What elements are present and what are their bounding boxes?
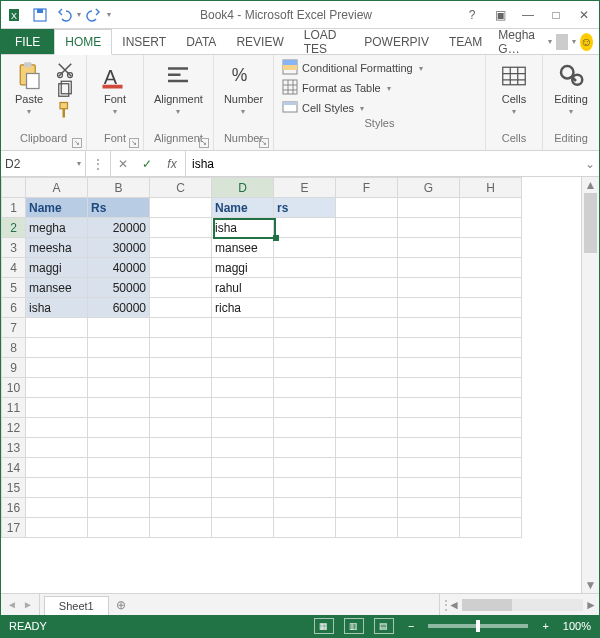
- excel-app-icon[interactable]: X: [5, 4, 27, 26]
- cell-E2[interactable]: [274, 218, 336, 238]
- cell-F13[interactable]: [336, 438, 398, 458]
- zoom-in-icon[interactable]: +: [538, 620, 552, 632]
- vscroll-thumb[interactable]: [584, 193, 597, 253]
- cell-C12[interactable]: [150, 418, 212, 438]
- cell-D3[interactable]: mansee: [212, 238, 274, 258]
- cell-F6[interactable]: [336, 298, 398, 318]
- cell-E4[interactable]: [274, 258, 336, 278]
- font-button[interactable]: A Font ▾: [93, 59, 137, 118]
- account-area[interactable]: Megha G… ▾ ▾ ☺: [492, 29, 599, 54]
- cell-D4[interactable]: maggi: [212, 258, 274, 278]
- cell-G10[interactable]: [398, 378, 460, 398]
- cell-B11[interactable]: [88, 398, 150, 418]
- col-header-E[interactable]: E: [274, 178, 336, 198]
- row-header-14[interactable]: 14: [2, 458, 26, 478]
- cell-C15[interactable]: [150, 478, 212, 498]
- row-header-6[interactable]: 6: [2, 298, 26, 318]
- cell-C8[interactable]: [150, 338, 212, 358]
- cell-C13[interactable]: [150, 438, 212, 458]
- cell-C10[interactable]: [150, 378, 212, 398]
- cell-B12[interactable]: [88, 418, 150, 438]
- view-page-layout-icon[interactable]: ▥: [344, 618, 364, 634]
- hscroll-thumb[interactable]: [462, 599, 512, 611]
- scroll-up-icon[interactable]: ▲: [582, 177, 599, 193]
- cell-G1[interactable]: [398, 198, 460, 218]
- cell-C1[interactable]: [150, 198, 212, 218]
- cell-C16[interactable]: [150, 498, 212, 518]
- cell-G11[interactable]: [398, 398, 460, 418]
- cell-E5[interactable]: [274, 278, 336, 298]
- scroll-right-icon[interactable]: ►: [583, 598, 599, 612]
- cell-B3[interactable]: 30000: [88, 238, 150, 258]
- tab-powerpiv[interactable]: POWERPIV: [354, 29, 439, 54]
- cell-F3[interactable]: [336, 238, 398, 258]
- cell-A17[interactable]: [26, 518, 88, 538]
- cell-F11[interactable]: [336, 398, 398, 418]
- cell-A9[interactable]: [26, 358, 88, 378]
- zoom-out-icon[interactable]: −: [404, 620, 418, 632]
- minimize-icon[interactable]: —: [517, 4, 539, 26]
- cell-E9[interactable]: [274, 358, 336, 378]
- conditional-formatting-button[interactable]: Conditional Formatting▾: [282, 59, 477, 77]
- cell-A6[interactable]: isha: [26, 298, 88, 318]
- row-header-9[interactable]: 9: [2, 358, 26, 378]
- sheet-tab-1[interactable]: Sheet1: [44, 596, 109, 615]
- cell-F16[interactable]: [336, 498, 398, 518]
- tab-data[interactable]: DATA: [176, 29, 226, 54]
- cell-A1[interactable]: Name: [26, 198, 88, 218]
- cell-G8[interactable]: [398, 338, 460, 358]
- cell-F2[interactable]: [336, 218, 398, 238]
- scroll-left-icon[interactable]: ◄: [446, 598, 462, 612]
- cell-B2[interactable]: 20000: [88, 218, 150, 238]
- cell-D6[interactable]: richa: [212, 298, 274, 318]
- cell-G6[interactable]: [398, 298, 460, 318]
- cell-D11[interactable]: [212, 398, 274, 418]
- cell-D1[interactable]: Name: [212, 198, 274, 218]
- row-header-4[interactable]: 4: [2, 258, 26, 278]
- cell-E11[interactable]: [274, 398, 336, 418]
- help-icon[interactable]: ?: [461, 4, 483, 26]
- cell-A13[interactable]: [26, 438, 88, 458]
- cell-H7[interactable]: [460, 318, 522, 338]
- cell-F4[interactable]: [336, 258, 398, 278]
- enter-edit-icon[interactable]: ✓: [135, 151, 159, 176]
- cell-G7[interactable]: [398, 318, 460, 338]
- redo-icon[interactable]: [83, 4, 105, 26]
- cell-G9[interactable]: [398, 358, 460, 378]
- cell-F7[interactable]: [336, 318, 398, 338]
- format-painter-icon[interactable]: [55, 101, 75, 119]
- cell-D2[interactable]: isha: [212, 218, 274, 238]
- cell-F10[interactable]: [336, 378, 398, 398]
- cut-icon[interactable]: [55, 61, 75, 79]
- cell-A4[interactable]: maggi: [26, 258, 88, 278]
- cell-D12[interactable]: [212, 418, 274, 438]
- cell-C11[interactable]: [150, 398, 212, 418]
- cell-B1[interactable]: Rs: [88, 198, 150, 218]
- col-header-A[interactable]: A: [26, 178, 88, 198]
- col-header-D[interactable]: D: [212, 178, 274, 198]
- cell-F5[interactable]: [336, 278, 398, 298]
- name-box-input[interactable]: [5, 157, 75, 171]
- cell-E6[interactable]: [274, 298, 336, 318]
- cell-H11[interactable]: [460, 398, 522, 418]
- feedback-smiley-icon[interactable]: ☺: [580, 33, 593, 51]
- row-header-8[interactable]: 8: [2, 338, 26, 358]
- col-header-C[interactable]: C: [150, 178, 212, 198]
- cell-E8[interactable]: [274, 338, 336, 358]
- cell-E1[interactable]: rs: [274, 198, 336, 218]
- undo-icon[interactable]: [53, 4, 75, 26]
- cell-G4[interactable]: [398, 258, 460, 278]
- row-header-12[interactable]: 12: [2, 418, 26, 438]
- cell-E7[interactable]: [274, 318, 336, 338]
- cell-D7[interactable]: [212, 318, 274, 338]
- cell-B4[interactable]: 40000: [88, 258, 150, 278]
- cell-H10[interactable]: [460, 378, 522, 398]
- cell-A15[interactable]: [26, 478, 88, 498]
- formula-input[interactable]: [186, 151, 581, 176]
- row-header-16[interactable]: 16: [2, 498, 26, 518]
- number-button[interactable]: % Number ▾: [220, 59, 267, 118]
- cell-A5[interactable]: mansee: [26, 278, 88, 298]
- cell-D16[interactable]: [212, 498, 274, 518]
- cell-F15[interactable]: [336, 478, 398, 498]
- cell-E15[interactable]: [274, 478, 336, 498]
